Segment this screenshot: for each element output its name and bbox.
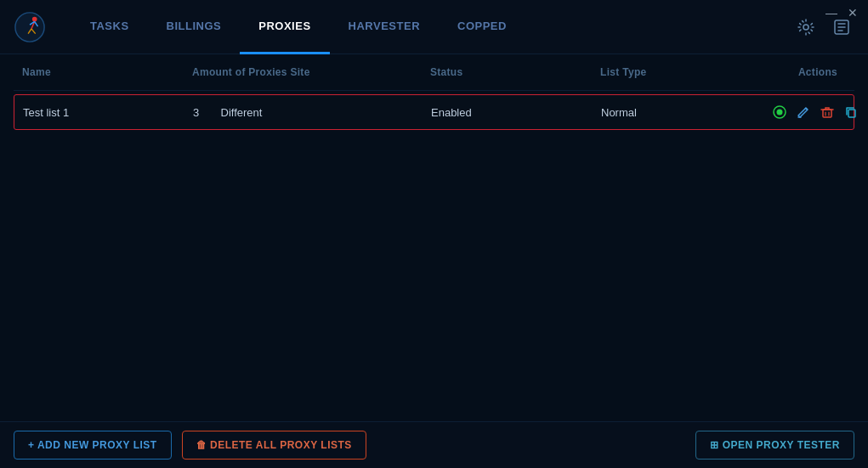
- logo: [14, 11, 46, 43]
- actions-cell: [771, 104, 868, 121]
- open-proxy-tester-button[interactable]: ⊞ OPEN PROXY TESTER: [695, 431, 854, 460]
- copy-icon[interactable]: [842, 104, 859, 121]
- footer-left: + ADD NEW PROXY LIST 🗑 DELETE ALL PROXY …: [14, 431, 366, 460]
- main-content: Name Amount of Proxies Site Status List …: [0, 54, 868, 130]
- col-header-amount: Amount of Proxies Site: [192, 66, 430, 78]
- minimize-button[interactable]: —: [825, 7, 837, 19]
- svg-point-1: [32, 16, 37, 21]
- table-row: Test list 1 3 Different Enabled Normal: [14, 94, 854, 130]
- tab-proxies[interactable]: PROXIES: [240, 0, 329, 54]
- tab-harvester[interactable]: HARVESTER: [330, 0, 439, 54]
- edit-icon[interactable]: [795, 104, 812, 121]
- svg-rect-11: [848, 110, 855, 117]
- tab-billings[interactable]: BILLINGS: [148, 0, 241, 54]
- col-header-list-type: List Type: [600, 66, 770, 78]
- tab-copped[interactable]: COPPED: [439, 0, 525, 54]
- title-bar: — ✕: [815, 0, 868, 25]
- cell-name: Test list 1: [23, 106, 193, 119]
- enable-icon[interactable]: [771, 104, 788, 121]
- nav-tabs: TASKS BILLINGS PROXIES HARVESTER COPPED: [71, 0, 793, 54]
- col-header-name: Name: [22, 66, 192, 78]
- col-header-status: Status: [430, 66, 600, 78]
- logo-icon: [14, 11, 46, 43]
- cell-list-type: Normal: [601, 106, 771, 119]
- footer: + ADD NEW PROXY LIST 🗑 DELETE ALL PROXY …: [0, 421, 868, 468]
- add-proxy-list-button[interactable]: + ADD NEW PROXY LIST: [14, 431, 172, 460]
- delete-icon[interactable]: [819, 104, 836, 121]
- col-header-actions: Actions: [770, 66, 846, 78]
- cell-status: Enabled: [431, 106, 601, 119]
- nav-bar: TASKS BILLINGS PROXIES HARVESTER COPPED: [0, 0, 868, 54]
- svg-point-0: [15, 12, 44, 41]
- svg-point-9: [777, 110, 783, 116]
- delete-all-proxy-lists-button[interactable]: 🗑 DELETE ALL PROXY LISTS: [182, 431, 366, 460]
- table-header: Name Amount of Proxies Site Status List …: [14, 54, 854, 91]
- close-button[interactable]: ✕: [848, 7, 858, 19]
- cell-amount: 3 Different: [193, 106, 431, 119]
- svg-rect-10: [823, 110, 831, 117]
- tab-tasks[interactable]: TASKS: [71, 0, 148, 54]
